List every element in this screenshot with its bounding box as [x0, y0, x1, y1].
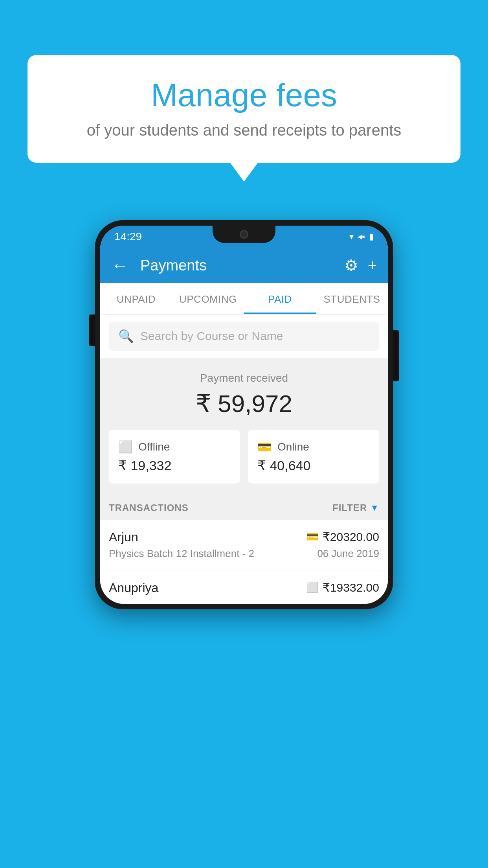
tabs: UNPAID UPCOMING PAID STUDENTS [100, 283, 388, 314]
transaction-date-arjun: 06 June 2019 [317, 548, 379, 560]
manage-fees-heading: Manage fees [51, 77, 437, 114]
transaction-amount-anupriya: ₹19332.00 [323, 581, 379, 594]
tab-unpaid[interactable]: UNPAID [100, 283, 172, 314]
wifi-icon: ▾ [349, 232, 354, 242]
online-amount: ₹ 40,640 [257, 458, 370, 473]
speech-bubble: Manage fees of your students and send re… [28, 55, 460, 163]
transaction-item-arjun[interactable]: Arjun 💳 ₹20320.00 Physics Batch 12 Insta… [100, 520, 388, 570]
back-button[interactable]: ← [111, 256, 128, 275]
offline-payment-icon: ⬜ [306, 581, 319, 594]
transaction-amount-arjun: ₹20320.00 [323, 530, 379, 544]
transaction-amount-row-2: ⬜ ₹19332.00 [306, 581, 379, 594]
payment-received-label: Payment received [100, 372, 388, 384]
status-icons: ▾ ◂▪ ▮ [349, 232, 374, 242]
transaction-name-arjun: Arjun [109, 530, 138, 544]
transaction-item-anupriya[interactable]: Anupriya ⬜ ₹19332.00 [100, 570, 388, 604]
transaction-amount-row: 💳 ₹20320.00 [306, 530, 379, 544]
filter-icon: ▼ [370, 503, 379, 513]
search-container: 🔍 Search by Course or Name [100, 314, 388, 358]
signal-icon: ◂▪ [358, 232, 365, 242]
search-icon: 🔍 [118, 329, 134, 344]
status-time: 14:29 [114, 230, 142, 243]
search-box[interactable]: 🔍 Search by Course or Name [109, 322, 379, 351]
search-placeholder-text: Search by Course or Name [140, 329, 283, 343]
phone-notch [213, 226, 275, 243]
filter-button[interactable]: FILTER ▼ [332, 502, 379, 513]
offline-amount: ₹ 19,332 [118, 458, 231, 473]
phone-mockup: 14:29 ▾ ◂▪ ▮ ← Payments ⚙ + UNPAID [95, 220, 393, 609]
transactions-label: TRANSACTIONS [109, 502, 189, 513]
online-icon: 💳 [257, 440, 272, 454]
offline-card: ⬜ Offline ₹ 19,332 [109, 430, 240, 484]
app-bar-actions: ⚙ + [344, 256, 377, 274]
phone-outer: 14:29 ▾ ◂▪ ▮ ← Payments ⚙ + UNPAID [95, 220, 393, 609]
app-bar: ← Payments ⚙ + [100, 248, 388, 283]
payment-summary: Payment received ₹ 59,972 [100, 358, 388, 430]
battery-icon: ▮ [369, 232, 374, 242]
camera [240, 230, 248, 239]
transaction-name-anupriya: Anupriya [109, 581, 158, 595]
phone-screen: 14:29 ▾ ◂▪ ▮ ← Payments ⚙ + UNPAID [100, 226, 388, 604]
tab-students[interactable]: STUDENTS [316, 283, 388, 314]
online-card: 💳 Online ₹ 40,640 [248, 430, 379, 484]
settings-icon[interactable]: ⚙ [344, 256, 358, 274]
manage-fees-subtext: of your students and send receipts to pa… [51, 121, 437, 139]
payment-received-amount: ₹ 59,972 [100, 389, 388, 418]
offline-icon: ⬜ [118, 440, 133, 454]
online-label: Online [277, 441, 309, 453]
offline-label: Offline [138, 441, 170, 453]
page-title: Payments [140, 257, 336, 274]
tab-upcoming[interactable]: UPCOMING [172, 283, 244, 314]
transactions-header: TRANSACTIONS FILTER ▼ [100, 495, 388, 520]
online-payment-icon: 💳 [306, 531, 319, 543]
payment-cards: ⬜ Offline ₹ 19,332 💳 Online ₹ 40,640 [100, 430, 388, 495]
speech-bubble-container: Manage fees of your students and send re… [28, 55, 460, 163]
tab-paid[interactable]: PAID [244, 283, 316, 314]
transaction-course-arjun: Physics Batch 12 Installment - 2 [109, 548, 254, 560]
add-icon[interactable]: + [368, 257, 377, 274]
